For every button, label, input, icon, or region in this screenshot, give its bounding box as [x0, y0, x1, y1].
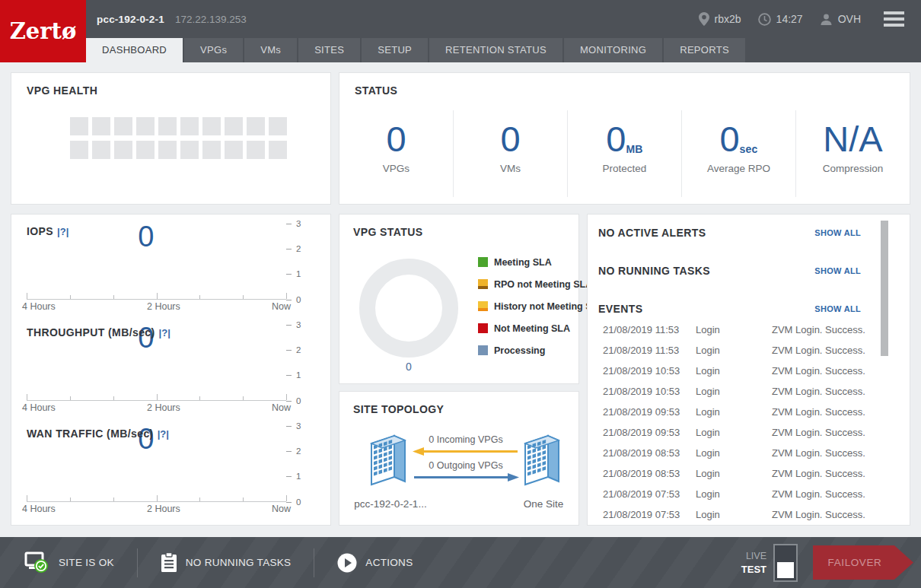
- event-datetime: 21/08/2019 07:53: [598, 509, 696, 520]
- event-description: ZVM Login. Success.: [772, 468, 899, 479]
- incoming-vpgs-label: 0 Incoming VPGs: [413, 434, 519, 445]
- metric-protected: 0MB Protected: [568, 110, 682, 197]
- site-status-label: SITE IS OK: [59, 557, 114, 568]
- failover-button[interactable]: FAILOVER: [813, 545, 913, 580]
- tab-dashboard[interactable]: DASHBOARD: [86, 38, 183, 62]
- site-topology-panel: SITE TOPOLOGY: [339, 391, 579, 526]
- event-row: 21/08/2019 10:53 Login ZVM Login. Succes…: [598, 361, 899, 381]
- legend-item-meeting-sla: Meeting SLA: [478, 251, 604, 273]
- outgoing-arrow-icon: [413, 473, 519, 482]
- tab-reports[interactable]: REPORTS: [664, 38, 745, 62]
- main-content: VPG HEALTH STATUS 0 VPGs 0 VMs: [0, 62, 921, 537]
- event-type: Login: [696, 324, 772, 335]
- event-row: 21/08/2019 11:53 Login ZVM Login. Succes…: [598, 319, 899, 340]
- legend-item-rpo-not-meeting-sla: RPO not Meeting SLA: [478, 273, 604, 295]
- event-datetime: 21/08/2019 08:53: [598, 468, 696, 479]
- tasks-show-all-link[interactable]: SHOW ALL: [814, 266, 861, 275]
- iops-chart: IOPS|?| 0 4 Hours2 HoursNow 3 2 1 0: [11, 215, 330, 316]
- local-site-building-icon[interactable]: [367, 430, 410, 488]
- tab-monitoring[interactable]: MONITORING: [564, 38, 662, 62]
- wan-traffic-chart-title: WAN TRAFFIC (MB/sec)|?|: [27, 427, 169, 440]
- actions-play-icon: [337, 553, 357, 573]
- wan-traffic-chart: WAN TRAFFIC (MB/sec)|?| 0 4 Hours2 Hours…: [11, 417, 330, 518]
- site-name: pcc-192-0-2-1: [97, 14, 164, 25]
- vpg-status-title: VPG STATUS: [353, 226, 578, 238]
- event-description: ZVM Login. Success.: [772, 365, 899, 377]
- events-list: 21/08/2019 11:53 Login ZVM Login. Succes…: [598, 319, 899, 525]
- metric-vpgs: 0 VPGs: [339, 110, 454, 197]
- incoming-arrow-icon: [413, 447, 519, 456]
- event-row: 21/08/2019 10:53 Login ZVM Login. Succes…: [598, 381, 899, 402]
- wan-traffic-x-axis: 4 Hours2 HoursNow: [22, 504, 291, 514]
- test-label: TEST: [741, 564, 766, 575]
- zerto-logo[interactable]: Zertø: [0, 0, 86, 62]
- footer-divider: [137, 548, 138, 577]
- tab-retention-status[interactable]: RETENTION STATUS: [429, 38, 562, 62]
- events-title: EVENTS: [598, 303, 642, 315]
- tasks-title: NO RUNNING TASKS: [598, 265, 710, 277]
- iops-chart-title: IOPS|?|: [27, 224, 69, 238]
- event-type: Login: [696, 509, 772, 520]
- events-scrollbar-thumb[interactable]: [881, 221, 888, 356]
- metric-protected-value: 0MB: [568, 121, 681, 157]
- tab-setup[interactable]: SETUP: [362, 38, 428, 62]
- footer-bar: SITE IS OK NO RUNNING TASKS ACTIONS LIVE: [0, 537, 921, 588]
- site-status-indicator[interactable]: SITE IS OK: [24, 551, 114, 574]
- footer-divider: [314, 548, 314, 577]
- time-label: 14:27: [776, 13, 803, 25]
- event-datetime: 21/08/2019 10:53: [598, 386, 696, 397]
- actions-label: ACTIONS: [365, 557, 413, 568]
- alerts-show-all-link[interactable]: SHOW ALL: [814, 228, 861, 237]
- legend-item-history-not-meeting-sla: History not Meeting SLA: [478, 295, 604, 317]
- header: Zertø pcc-192-0-2-1 172.22.139.253 rbx2b…: [0, 0, 921, 62]
- alerts-title: NO ACTIVE ALERTS: [598, 227, 706, 239]
- event-description: ZVM Login. Success.: [772, 386, 899, 397]
- event-row: 21/08/2019 08:53 Login ZVM Login. Succes…: [598, 463, 899, 484]
- legend-item-not-meeting-sla: Not Meeting SLA: [478, 317, 604, 339]
- user-indicator[interactable]: OVH: [820, 13, 861, 26]
- actions-button[interactable]: ACTIONS: [337, 553, 413, 573]
- metric-average-rpo-value: 0sec: [682, 121, 795, 157]
- event-description: ZVM Login. Success.: [772, 427, 899, 438]
- site-topology-title: SITE TOPOLOGY: [353, 403, 578, 415]
- legend-swatch-history-not-meeting-sla: [478, 301, 488, 311]
- metric-protected-label: Protected: [568, 163, 681, 174]
- time-indicator[interactable]: 14:27: [758, 13, 803, 26]
- menu-hamburger-icon[interactable]: [884, 8, 904, 30]
- event-description: ZVM Login. Success.: [772, 509, 899, 520]
- event-datetime: 21/08/2019 11:53: [598, 324, 696, 335]
- location-indicator[interactable]: rbx2b: [699, 12, 741, 26]
- event-datetime: 21/08/2019 11:53: [598, 345, 696, 356]
- throughput-x-axis: 4 Hours2 HoursNow: [22, 402, 291, 413]
- site-ok-icon: [24, 551, 50, 574]
- legend-swatch-not-meeting-sla: [478, 323, 488, 333]
- help-icon[interactable]: |?|: [159, 327, 170, 338]
- vpg-health-grid: [70, 117, 287, 159]
- event-type: Login: [696, 468, 772, 479]
- running-tasks-indicator[interactable]: NO RUNNING TASKS: [161, 552, 292, 573]
- event-datetime: 21/08/2019 07:53: [598, 488, 696, 500]
- legend-item-processing: Processing: [478, 339, 604, 361]
- alerts-tasks-events-panel: NO ACTIVE ALERTS SHOW ALL NO RUNNING TAS…: [587, 214, 910, 526]
- live-label: LIVE: [741, 551, 766, 561]
- tab-vpgs[interactable]: VPGs: [184, 38, 243, 62]
- site-ip: 172.22.139.253: [175, 14, 247, 25]
- event-row: 21/08/2019 07:53 Login ZVM Login. Succes…: [598, 484, 899, 504]
- throughput-chart-title: THROUGHPUT (MB/sec)|?|: [27, 326, 170, 339]
- tab-sites[interactable]: SITES: [298, 38, 360, 62]
- location-pin-icon: [699, 12, 709, 26]
- event-type: Login: [696, 447, 772, 459]
- event-row: 21/08/2019 11:53 Login ZVM Login. Succes…: [598, 340, 899, 361]
- help-icon[interactable]: |?|: [57, 226, 69, 237]
- vpg-health-panel: VPG HEALTH: [11, 72, 331, 205]
- tab-vms[interactable]: VMs: [244, 38, 297, 62]
- remote-site-building-icon[interactable]: [521, 430, 563, 488]
- event-row: 21/08/2019 08:53 Login ZVM Login. Succes…: [598, 443, 899, 463]
- live-test-toggle[interactable]: [773, 544, 798, 582]
- help-icon[interactable]: |?|: [158, 428, 169, 440]
- event-type: Login: [696, 427, 772, 438]
- vpg-status-legend: Meeting SLA RPO not Meeting SLA History …: [478, 251, 604, 361]
- toggle-knob: [777, 562, 794, 578]
- events-show-all-link[interactable]: SHOW ALL: [814, 304, 861, 313]
- zerto-dashboard: Zertø pcc-192-0-2-1 172.22.139.253 rbx2b…: [0, 0, 921, 588]
